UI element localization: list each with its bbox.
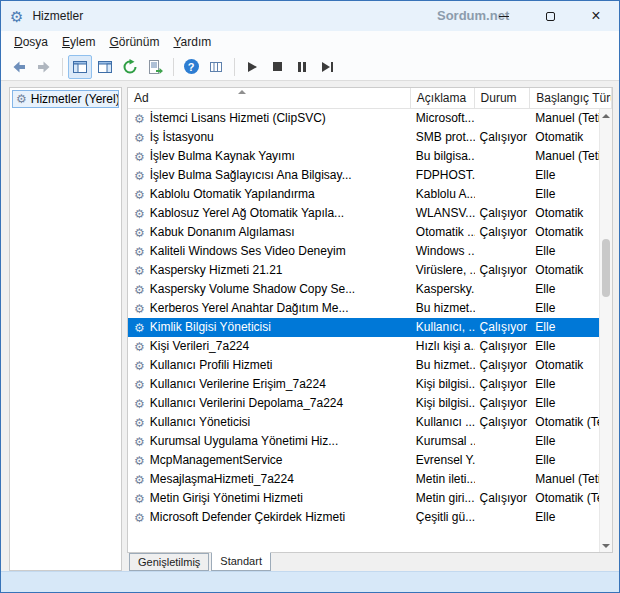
service-gear-icon: ⚙ xyxy=(134,189,145,201)
maximize-icon xyxy=(546,12,555,21)
service-name: Microsoft Defender Çekirdek Hizmeti xyxy=(150,508,345,527)
service-name-cell: ⚙Kablosuz Yerel Ağ Otomatik Yapıla... xyxy=(128,204,411,223)
menu-dosya[interactable]: Dosya xyxy=(7,33,55,51)
tab-standard[interactable]: Standart xyxy=(211,552,271,571)
service-gear-icon: ⚙ xyxy=(134,227,145,239)
column-header-aciklama[interactable]: Açıklama xyxy=(411,88,475,109)
service-row[interactable]: ⚙Kabuk Donanım AlgılamasıOtomatik ...Çal… xyxy=(128,223,612,242)
back-button[interactable] xyxy=(7,55,31,79)
refresh-icon xyxy=(122,59,138,75)
service-name-cell: ⚙Kimlik Bilgisi Yöneticisi xyxy=(128,318,411,337)
list-rows: ⚙İstemci Lisans Hizmeti (ClipSVC)Microso… xyxy=(128,109,612,527)
pause-service-icon xyxy=(298,62,306,72)
minimize-button[interactable] xyxy=(481,1,527,31)
service-row[interactable]: ⚙İstemci Lisans Hizmeti (ClipSVC)Microso… xyxy=(128,109,612,128)
scrollbar-thumb[interactable] xyxy=(602,239,610,297)
vertical-scrollbar[interactable] xyxy=(599,109,612,552)
list-view-button[interactable] xyxy=(204,55,228,79)
tab-extended[interactable]: Genişletilmiş xyxy=(129,553,209,571)
start-service-button[interactable] xyxy=(240,55,264,79)
scroll-down-icon[interactable] xyxy=(600,539,612,552)
forward-button[interactable] xyxy=(32,55,56,79)
service-name: Kurumsal Uygulama Yönetimi Hiz... xyxy=(150,432,339,451)
export-list-icon xyxy=(147,59,163,75)
service-name: Kaliteli Windows Ses Video Deneyim xyxy=(150,242,346,261)
maximize-button[interactable] xyxy=(527,1,573,31)
service-row[interactable]: ⚙Kaspersky Hizmeti 21.21Virüslere, ...Ça… xyxy=(128,261,612,280)
menu-yardim[interactable]: Yardım xyxy=(166,33,218,51)
service-status: Çalışıyor xyxy=(475,394,531,413)
service-name: Kaspersky Volume Shadow Copy Se... xyxy=(150,280,355,299)
service-status xyxy=(475,242,531,261)
show-action-pane-button[interactable] xyxy=(93,55,117,79)
service-description: SMB prot... xyxy=(411,128,475,147)
service-gear-icon: ⚙ xyxy=(134,341,145,353)
service-gear-icon: ⚙ xyxy=(134,379,145,391)
service-name-cell: ⚙McpManagementService xyxy=(128,451,411,470)
service-row[interactable]: ⚙Kaliteli Windows Ses Video DeneyimWindo… xyxy=(128,242,612,261)
show-console-tree-button[interactable] xyxy=(68,55,92,79)
service-row[interactable]: ⚙İş İstasyonuSMB prot...ÇalışıyorOtomati… xyxy=(128,128,612,147)
service-description: Metin ileti... xyxy=(411,470,475,489)
close-button[interactable]: × xyxy=(573,1,619,31)
service-gear-icon: ⚙ xyxy=(134,170,145,182)
service-row[interactable]: ⚙Kablosuz Yerel Ağ Otomatik Yapıla...WLA… xyxy=(128,204,612,223)
services-app-icon: ⚙ xyxy=(10,9,23,24)
service-row[interactable]: ⚙İşlev Bulma Sağlayıcısı Ana Bilgisay...… xyxy=(128,166,612,185)
menu-eylem[interactable]: Eylem xyxy=(55,33,102,51)
service-row[interactable]: ⚙Kurumsal Uygulama Yönetimi Hiz...Kurums… xyxy=(128,432,612,451)
menu-gorunum[interactable]: Görünüm xyxy=(102,33,166,51)
help-button[interactable]: ? xyxy=(179,55,203,79)
service-row[interactable]: ⚙Kullanıcı Verilerine Erişim_7a224Kişi b… xyxy=(128,375,612,394)
tree-item-services-local[interactable]: ⚙ Hizmetler (Yerel) xyxy=(12,90,119,108)
console-tree-panel: ⚙ Hizmetler (Yerel) xyxy=(9,87,122,571)
service-status xyxy=(475,280,531,299)
service-description: Bu bilgisa... xyxy=(411,147,475,166)
service-status: Çalışıyor xyxy=(475,356,531,375)
stop-service-button[interactable] xyxy=(265,55,289,79)
service-description: Kullanıcı, ... xyxy=(411,318,475,337)
export-list-button[interactable] xyxy=(143,55,167,79)
service-row[interactable]: ⚙Kullanıcı Verilerini Depolama_7a224Kişi… xyxy=(128,394,612,413)
column-header-baslangic-turu[interactable]: Başlangıç Türü xyxy=(530,88,612,109)
service-name-cell: ⚙Metin Girişi Yönetimi Hizmeti xyxy=(128,489,411,508)
service-row[interactable]: ⚙Microsoft Defender Çekirdek HizmetiÇeşi… xyxy=(128,508,612,527)
forward-arrow-icon xyxy=(36,59,52,75)
service-gear-icon: ⚙ xyxy=(134,322,145,334)
service-row[interactable]: ⚙Kablolu Otomatik YapılandırmaKablolu A.… xyxy=(128,185,612,204)
column-header-durum[interactable]: Durum xyxy=(475,88,531,109)
service-status xyxy=(475,432,531,451)
restart-service-button[interactable] xyxy=(315,55,339,79)
service-row[interactable]: ⚙Kimlik Bilgisi YöneticisiKullanıcı, ...… xyxy=(128,318,612,337)
service-description: Çeşitli gü... xyxy=(411,508,475,527)
service-status: Çalışıyor xyxy=(475,489,531,508)
service-gear-icon: ⚙ xyxy=(134,265,145,277)
service-row[interactable]: ⚙Kullanıcı Profili HizmetiBu hizmet...Ça… xyxy=(128,356,612,375)
service-name-cell: ⚙Kullanıcı Yöneticisi xyxy=(128,413,411,432)
service-name: Kerberos Yerel Anahtar Dağıtım Me... xyxy=(150,299,349,318)
service-gear-icon: ⚙ xyxy=(134,493,145,505)
service-name-cell: ⚙Kullanıcı Profili Hizmeti xyxy=(128,356,411,375)
column-header-ad[interactable]: Ad xyxy=(128,88,411,109)
service-row[interactable]: ⚙McpManagementServiceEvrensel Y...Elle xyxy=(128,451,612,470)
service-status: Çalışıyor xyxy=(475,223,531,242)
refresh-button[interactable] xyxy=(118,55,142,79)
service-row[interactable]: ⚙Kaspersky Volume Shadow Copy Se...Kaspe… xyxy=(128,280,612,299)
service-status xyxy=(475,299,531,318)
service-gear-icon: ⚙ xyxy=(134,436,145,448)
service-row[interactable]: ⚙Kullanıcı YöneticisiKullanıcı ...Çalışı… xyxy=(128,413,612,432)
status-bar xyxy=(1,571,619,592)
service-status: Çalışıyor xyxy=(475,204,531,223)
service-row[interactable]: ⚙Kişi Verileri_7a224Hızlı kişi a...Çalış… xyxy=(128,337,612,356)
service-name: Kullanıcı Verilerini Depolama_7a224 xyxy=(150,394,343,413)
service-description: Bu hizmet... xyxy=(411,356,475,375)
service-description: Virüslere, ... xyxy=(411,261,475,280)
service-name-cell: ⚙Kaliteli Windows Ses Video Deneyim xyxy=(128,242,411,261)
service-row[interactable]: ⚙MesajlaşmaHizmeti_7a224Metin ileti...Ma… xyxy=(128,470,612,489)
scroll-up-icon[interactable] xyxy=(600,109,612,122)
service-row[interactable]: ⚙İşlev Bulma Kaynak YayımıBu bilgisa...M… xyxy=(128,147,612,166)
service-row[interactable]: ⚙Kerberos Yerel Anahtar Dağıtım Me...Bu … xyxy=(128,299,612,318)
pause-service-button[interactable] xyxy=(290,55,314,79)
service-row[interactable]: ⚙Metin Girişi Yönetimi HizmetiMetin giri… xyxy=(128,489,612,508)
service-name: McpManagementService xyxy=(150,451,283,470)
